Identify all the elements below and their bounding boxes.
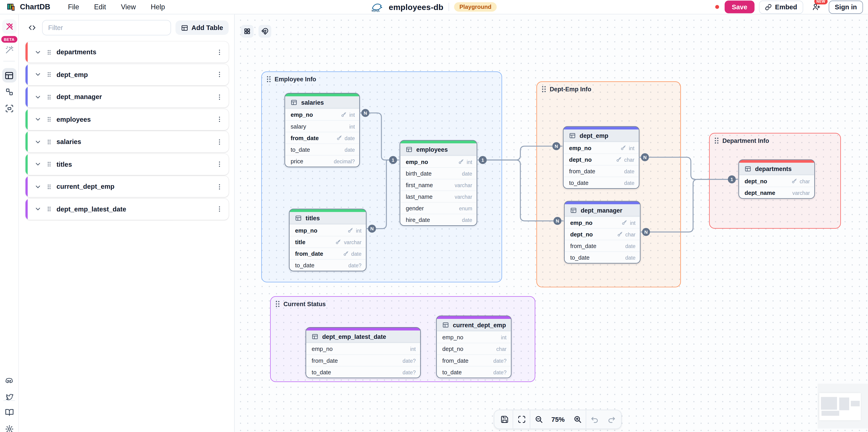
drag-handle-icon[interactable]: [46, 183, 52, 190]
table-header[interactable]: dept_manager: [565, 204, 640, 216]
drag-handle-icon[interactable]: [275, 301, 280, 307]
table-icon: [744, 165, 751, 172]
sidebar-table-salaries[interactable]: salaries: [25, 131, 229, 152]
areas-tab-icon[interactable]: [2, 101, 17, 116]
save-button[interactable]: Save: [725, 0, 755, 13]
save-diagram-icon-button[interactable]: [496, 410, 513, 428]
chartdb-logo-icon[interactable]: [7, 2, 16, 11]
zoom-level[interactable]: 75%: [547, 415, 569, 423]
table-menu-icon[interactable]: [216, 138, 223, 145]
sidebar-table-dept_manager[interactable]: dept_manager: [25, 86, 229, 107]
minimap-block: [821, 397, 837, 410]
sidebar-table-employees[interactable]: employees: [25, 109, 229, 130]
drag-handle-icon[interactable]: [46, 116, 52, 123]
chevron-down-icon[interactable]: [34, 161, 41, 168]
chevron-down-icon[interactable]: [34, 138, 41, 145]
chevron-down-icon[interactable]: [34, 93, 41, 101]
menu-item-view[interactable]: View: [121, 3, 136, 11]
zoom-out-button[interactable]: [530, 410, 547, 428]
sign-in-button[interactable]: Sign in: [829, 0, 863, 13]
sidebar-table-dept_emp_latest_date[interactable]: dept_emp_latest_date: [25, 198, 229, 220]
code-editor-icon[interactable]: [27, 21, 38, 34]
table-salaries[interactable]: salariesemp_nointsalaryintfrom_datedatet…: [285, 93, 360, 167]
table-menu-icon[interactable]: [216, 116, 223, 123]
table-menu-icon[interactable]: [216, 93, 223, 101]
table-dept_emp[interactable]: dept_empemp_nointdept_nocharfrom_datedat…: [563, 126, 639, 189]
table-titles[interactable]: titlesemp_nointtitlevarcharfrom_datedate…: [289, 209, 366, 271]
sidebar-table-dept_emp[interactable]: dept_emp: [25, 64, 229, 85]
drag-handle-icon[interactable]: [46, 138, 52, 145]
chevron-down-icon[interactable]: [34, 71, 41, 78]
table-header[interactable]: employees: [400, 143, 476, 156]
crossed-pencils-icon[interactable]: [2, 19, 17, 34]
chevron-down-icon[interactable]: [34, 183, 41, 190]
table-dept_emp_latest_date[interactable]: dept_emp_latest_dateemp_nointfrom_dateda…: [306, 327, 421, 378]
table-departments[interactable]: departmentsdept_nochardept_namevarchar: [739, 159, 815, 199]
field-row: emp_noint: [563, 142, 639, 153]
field-name: emp_no: [295, 227, 317, 234]
docs-book-icon[interactable]: [2, 405, 17, 420]
redo-button[interactable]: [603, 410, 619, 428]
table-menu-icon[interactable]: [216, 205, 223, 213]
chevron-down-icon[interactable]: [34, 205, 41, 213]
undo-button[interactable]: [586, 410, 603, 428]
magnet-snap-button[interactable]: [258, 25, 271, 38]
tables-tab-icon[interactable]: [2, 68, 17, 83]
field-row: to_datedate: [563, 177, 639, 188]
table-header[interactable]: departments: [739, 163, 814, 175]
field-type: int: [630, 219, 636, 225]
playground-badge: Playground: [454, 2, 497, 11]
invite-user-button[interactable]: NEW: [808, 0, 824, 13]
drag-handle-icon[interactable]: [46, 93, 52, 101]
table-header[interactable]: current_dept_emp: [437, 319, 511, 331]
filter-input[interactable]: [42, 20, 171, 35]
menu-item-help[interactable]: Help: [151, 3, 165, 11]
embed-button[interactable]: Embed: [759, 0, 803, 13]
table-menu-icon[interactable]: [216, 183, 223, 190]
new-badge: NEW: [814, 0, 828, 4]
drag-handle-icon[interactable]: [714, 137, 719, 144]
drag-handle-icon[interactable]: [46, 49, 52, 56]
twitter-icon[interactable]: [2, 390, 17, 404]
table-dept_manager[interactable]: dept_manageremp_nointdept_nocharfrom_dat…: [564, 201, 641, 264]
diagram-name[interactable]: employees-db: [389, 2, 443, 11]
magic-wand-icon[interactable]: [2, 43, 17, 57]
field-row: from_datedate: [565, 240, 640, 251]
minimap[interactable]: [817, 383, 868, 428]
table-header[interactable]: dept_emp: [563, 129, 639, 142]
add-table-button[interactable]: Add Table: [175, 21, 228, 35]
settings-gear-icon[interactable]: [2, 422, 17, 432]
table-header[interactable]: titles: [289, 212, 366, 224]
sidebar-table-departments[interactable]: departments: [25, 41, 229, 63]
table-color-accent: [25, 131, 28, 152]
beta-badge: BETA: [1, 36, 17, 42]
zoom-in-button[interactable]: [569, 410, 586, 428]
sidebar-table-titles[interactable]: titles: [25, 154, 229, 175]
discord-icon[interactable]: [2, 374, 17, 388]
field-name: to_date: [291, 146, 310, 153]
layout-grid-button[interactable]: [241, 25, 253, 38]
primary-key-icon: [336, 135, 342, 141]
drag-handle-icon[interactable]: [46, 205, 52, 213]
table-header[interactable]: dept_emp_latest_date: [306, 331, 420, 343]
chevron-down-icon[interactable]: [34, 116, 41, 123]
table-employees[interactable]: employeesemp_nointbirth_datedatefirst_na…: [400, 140, 477, 226]
table-menu-icon[interactable]: [216, 71, 223, 78]
menu-item-file[interactable]: File: [68, 3, 79, 11]
sidebar-table-current_dept_emp[interactable]: current_dept_emp: [25, 176, 229, 197]
drag-handle-icon[interactable]: [46, 161, 52, 168]
drag-handle-icon[interactable]: [46, 71, 52, 78]
drag-handle-icon[interactable]: [266, 76, 271, 83]
relationships-tab-icon[interactable]: [2, 85, 17, 99]
field-name: emp_no: [291, 111, 313, 118]
table-header[interactable]: salaries: [285, 96, 359, 109]
table-current_dept_emp[interactable]: current_dept_empemp_nointdept_nocharfrom…: [436, 315, 512, 378]
embed-label: Embed: [775, 3, 797, 11]
chevron-down-icon[interactable]: [34, 49, 41, 56]
menu-item-edit[interactable]: Edit: [94, 3, 106, 11]
drag-handle-icon[interactable]: [541, 86, 547, 92]
table-menu-icon[interactable]: [216, 49, 223, 56]
fit-view-button[interactable]: [513, 410, 530, 428]
table-color-bar: [289, 209, 366, 212]
table-menu-icon[interactable]: [216, 161, 223, 168]
